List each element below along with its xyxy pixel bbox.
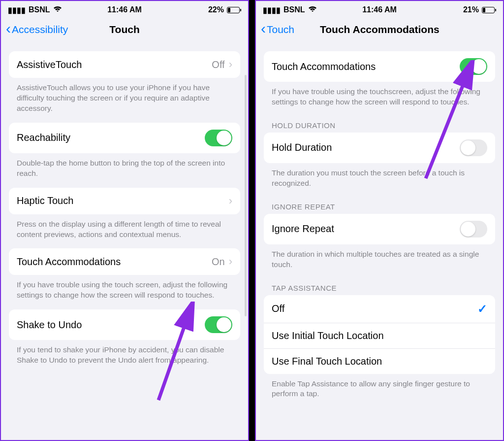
row-description: Enable Tap Assistance to allow any singl… — [264, 374, 495, 400]
phone-left-touch-settings: ▮▮▮▮ BSNL 11:46 AM 22% ‹ Accessibility T… — [0, 0, 249, 441]
chevron-right-icon: › — [229, 58, 232, 71]
row-assistivetouch[interactable]: AssistiveTouch Off › — [9, 51, 240, 78]
row-value: On — [212, 256, 225, 268]
back-label: Accessibility — [12, 24, 68, 35]
row-description: Press on the display using a different l… — [9, 214, 240, 240]
tap-assistance-initial[interactable]: Use Initial Touch Location — [264, 323, 495, 349]
chevron-left-icon: ‹ — [261, 21, 266, 36]
chevron-right-icon: › — [229, 255, 232, 268]
row-label: Off — [272, 303, 284, 314]
tap-assistance-off[interactable]: Off ✓ — [264, 295, 495, 323]
row-reachability[interactable]: Reachability — [9, 123, 240, 153]
signal-bars-icon: ▮▮▮▮ — [263, 5, 281, 15]
settings-list: Touch Accommodations If you have trouble… — [256, 42, 503, 440]
reachability-toggle[interactable] — [205, 130, 232, 146]
carrier-label: BSNL — [284, 5, 305, 14]
settings-list: AssistiveTouch Off › AssistiveTouch allo… — [1, 42, 248, 440]
chevron-right-icon: › — [229, 195, 232, 207]
row-value: Off — [212, 59, 224, 70]
row-description: If you tend to shake your iPhone by acci… — [9, 340, 240, 366]
row-description: AssistiveTouch allows you to use your iP… — [9, 78, 240, 114]
row-haptic-touch[interactable]: Haptic Touch › — [9, 188, 240, 214]
scroll-indicator — [245, 75, 247, 316]
row-label: Touch Accommodations — [272, 61, 376, 72]
row-label: Haptic Touch — [17, 195, 73, 206]
battery-percent: 22% — [208, 5, 224, 14]
signal-bars-icon: ▮▮▮▮ — [8, 5, 26, 15]
status-bar: ▮▮▮▮ BSNL 11:46 AM 22% — [1, 1, 248, 19]
section-header-tap: TAP ASSISTANCE — [264, 270, 495, 295]
row-label: Use Final Touch Location — [272, 356, 382, 367]
section-header-ignore: IGNORE REPEAT — [264, 189, 495, 214]
row-description: The duration you must touch the screen b… — [264, 163, 495, 189]
wifi-icon — [53, 5, 62, 14]
row-touch-accommodations-master[interactable]: Touch Accommodations — [264, 51, 495, 82]
section-header-hold: HOLD DURATION — [264, 107, 495, 133]
back-button[interactable]: ‹ Touch — [261, 23, 294, 36]
row-touch-accommodations[interactable]: Touch Accommodations On › — [9, 248, 240, 275]
back-button[interactable]: ‹ Accessibility — [6, 23, 68, 36]
row-label: Hold Duration — [272, 142, 332, 153]
row-label: AssistiveTouch — [17, 59, 82, 70]
carrier-label: BSNL — [29, 5, 50, 14]
wifi-icon — [308, 5, 317, 14]
back-label: Touch — [267, 24, 294, 35]
tap-assistance-final[interactable]: Use Final Touch Location — [264, 349, 495, 374]
row-hold-duration[interactable]: Hold Duration — [264, 133, 495, 163]
row-label: Use Initial Touch Location — [272, 330, 384, 341]
battery-percent: 21% — [463, 5, 479, 14]
shake-to-undo-toggle[interactable] — [205, 316, 232, 333]
row-description: If you have trouble using the touch scre… — [9, 275, 240, 301]
page-title: Touch Accommodations — [285, 24, 503, 35]
row-ignore-repeat[interactable]: Ignore Repeat — [264, 214, 495, 244]
row-shake-to-undo[interactable]: Shake to Undo — [9, 309, 240, 340]
nav-bar: ‹ Accessibility Touch — [1, 19, 248, 42]
row-label: Ignore Repeat — [272, 223, 334, 235]
hold-duration-toggle[interactable] — [460, 139, 487, 156]
chevron-left-icon: ‹ — [6, 21, 11, 36]
checkmark-icon: ✓ — [477, 302, 487, 316]
row-description: Double-tap the home button to bring the … — [9, 153, 240, 179]
row-label: Shake to Undo — [17, 319, 82, 331]
row-label: Reachability — [17, 132, 70, 143]
status-bar: ▮▮▮▮ BSNL 11:46 AM 21% — [256, 1, 503, 19]
row-description: If you have trouble using the touchscree… — [264, 82, 495, 107]
row-label: Touch Accommodations — [17, 256, 121, 268]
tap-assistance-group: Off ✓ Use Initial Touch Location Use Fin… — [264, 295, 495, 374]
battery-icon — [227, 7, 241, 13]
row-description: The duration in which multiple touches a… — [264, 244, 495, 270]
battery-icon — [482, 7, 496, 13]
ignore-repeat-toggle[interactable] — [460, 221, 487, 237]
touch-accommodations-toggle[interactable] — [460, 58, 487, 75]
phone-right-touch-accommodations: ▮▮▮▮ BSNL 11:46 AM 21% ‹ Touch Touch Acc… — [255, 0, 504, 441]
nav-bar: ‹ Touch Touch Accommodations — [256, 19, 503, 42]
